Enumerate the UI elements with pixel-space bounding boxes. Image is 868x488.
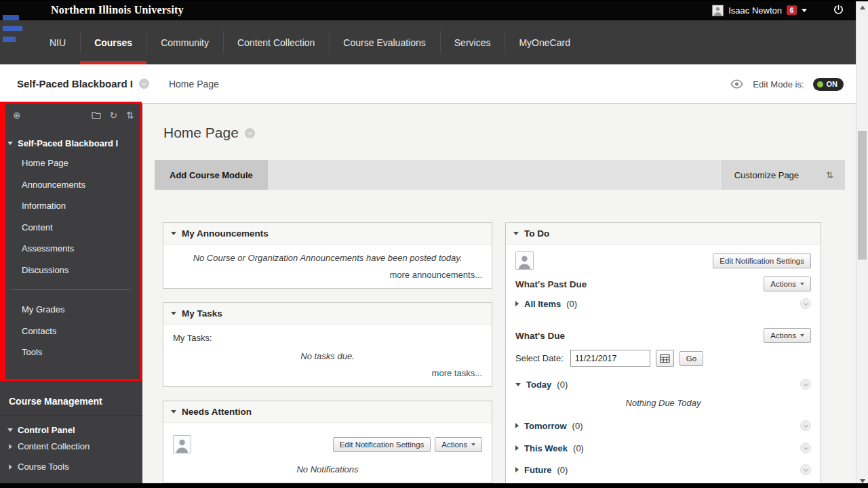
scroll-up-arrow[interactable] [856,2,868,13]
module-body: Edit Notification Settings Actions No No… [163,423,492,483]
right-column: To Do Edit Notification Settings What's … [505,222,821,484]
module-header[interactable]: My Tasks [163,303,492,325]
page-title-row: Home Page [142,104,856,141]
select-date-row: Select Date: Go [515,350,811,367]
actions-button[interactable]: Actions [764,277,811,291]
empty-message: No tasks due. [173,351,482,361]
tomorrow-link[interactable]: Tomorrow [524,421,567,431]
this-week-link[interactable]: This Week [524,443,568,453]
edit-notification-settings-button[interactable]: Edit Notification Settings [713,253,811,268]
all-items-link[interactable]: All Items [524,299,561,309]
edit-mode-on-indicator [817,81,823,87]
today-count: (0) [557,380,568,390]
user-avatar-icon [515,251,534,270]
add-course-module-button[interactable]: Add Course Module [155,160,268,190]
page-title: Home Page [163,125,239,141]
expand-icon [515,467,519,472]
expand-icon [515,445,519,451]
menu-item-content[interactable]: Content [0,217,142,239]
module-title: To Do [524,228,549,239]
select-date-label: Select Date: [515,353,564,363]
tab-course-evaluations[interactable]: Course Evaluations [329,20,439,64]
menu-item-my-grades[interactable]: My Grades [0,299,142,321]
menu-item-contacts[interactable]: Contacts [0,321,142,342]
expand-icon [515,423,519,428]
module-header[interactable]: Needs Attention [163,401,492,423]
customize-page-label: Customize Page [734,170,799,180]
module-header[interactable]: To Do [506,223,821,245]
refresh-icon[interactable]: ↻ [110,110,118,120]
notification-settings-row: Edit Notification Settings [515,251,811,270]
module-title: My Tasks [182,308,222,319]
course-title-label: Self-Paced Blackboard I [18,138,118,148]
control-panel-item-label: Content Collection [18,441,90,451]
scrollbar-thumb[interactable] [858,131,867,260]
today-link[interactable]: Today [526,380,551,390]
go-button[interactable]: Go [679,351,703,366]
nothing-due-message: Nothing Due Today [515,398,811,408]
select-date-input[interactable] [570,350,650,367]
menu-item-tools[interactable]: Tools [0,342,142,363]
course-menu-sidebar: ⊕ ↻ ⇅ Self-Paced Blackboard I Home Page … [0,104,142,488]
control-panel-toggle[interactable]: Control Panel [7,424,142,436]
student-preview-eye-icon[interactable] [730,79,744,89]
collapse-circle-icon[interactable] [800,379,811,390]
this-week-count: (0) [573,443,584,453]
tab-community[interactable]: Community [146,20,223,64]
tab-myonecard[interactable]: MyOneCard [505,20,584,64]
actions-button[interactable]: Actions [764,328,811,343]
future-link[interactable]: Future [524,465,551,475]
menu-item-information[interactable]: Information [0,195,142,217]
notification-settings-row: Edit Notification Settings Actions [173,435,482,453]
control-panel-item-content-collection[interactable]: Content Collection [0,436,142,457]
all-items-count: (0) [566,299,577,309]
tab-niu[interactable]: NIU [35,20,80,64]
calendar-button[interactable] [656,350,674,367]
reorder-icon[interactable]: ⇅ [126,110,134,120]
reorder-icon: ⇅ [826,170,833,180]
collapse-icon [171,410,176,413]
module-header[interactable]: My Announcements [163,223,492,245]
tomorrow-group: Tomorrow (0) [515,421,583,431]
whats-past-due-label: What's Past Due [515,279,587,289]
page-scrollbar[interactable] [856,0,868,488]
collapse-circle-icon[interactable] [800,420,811,431]
menu-item-assessments[interactable]: Assessments [0,238,142,260]
menu-item-home-page[interactable]: Home Page [0,152,142,174]
course-menu-title-toggle[interactable]: Self-Paced Blackboard I [7,138,142,148]
page-options-chevron-icon[interactable] [245,128,255,138]
more-tasks-link[interactable]: more tasks... [173,368,482,378]
menu-item-announcements[interactable]: Announcements [0,174,142,196]
add-menu-item-icon[interactable]: ⊕ [13,110,21,120]
collapse-circle-icon[interactable] [800,443,811,453]
collapse-icon [7,428,13,432]
logout-power-button[interactable] [833,4,844,16]
tab-content-collection[interactable]: Content Collection [223,20,329,64]
chevron-down-icon [802,9,807,12]
user-menu[interactable]: Isaac Newton 6 [712,0,807,20]
module-needs-attention: Needs Attention Edit Notification Settin… [163,401,492,483]
course-options-chevron-icon[interactable] [139,79,149,89]
edit-notification-settings-button[interactable]: Edit Notification Settings [333,437,431,452]
tab-courses[interactable]: Courses [80,20,146,64]
expand-icon [515,301,519,306]
menu-item-discussions[interactable]: Discussions [0,260,142,281]
modules-columns: My Announcements No Course or Organizati… [163,222,856,484]
tab-services[interactable]: Services [440,20,505,64]
module-body: Edit Notification Settings What's Past D… [506,245,821,483]
left-column: My Announcements No Course or Organizati… [163,222,492,483]
edit-mode-toggle[interactable]: ON [813,78,844,91]
control-panel-item-course-tools[interactable]: Course Tools [0,457,142,477]
collapse-circle-icon[interactable] [800,298,811,309]
control-panel-item-label: Course Tools [18,462,69,472]
all-items-group: All Items (0) [515,299,577,309]
customize-page-button[interactable]: Customize Page ⇅ [722,160,845,190]
collapse-circle-icon[interactable] [800,464,811,475]
button-group: Edit Notification Settings Actions [333,437,482,452]
actions-label: Actions [441,441,467,449]
actions-button[interactable]: Actions [435,437,482,452]
collapse-icon [7,142,13,145]
this-week-row: This Week (0) [515,443,811,453]
more-announcements-link[interactable]: more announcements... [173,270,482,280]
folder-view-icon[interactable] [92,110,101,120]
